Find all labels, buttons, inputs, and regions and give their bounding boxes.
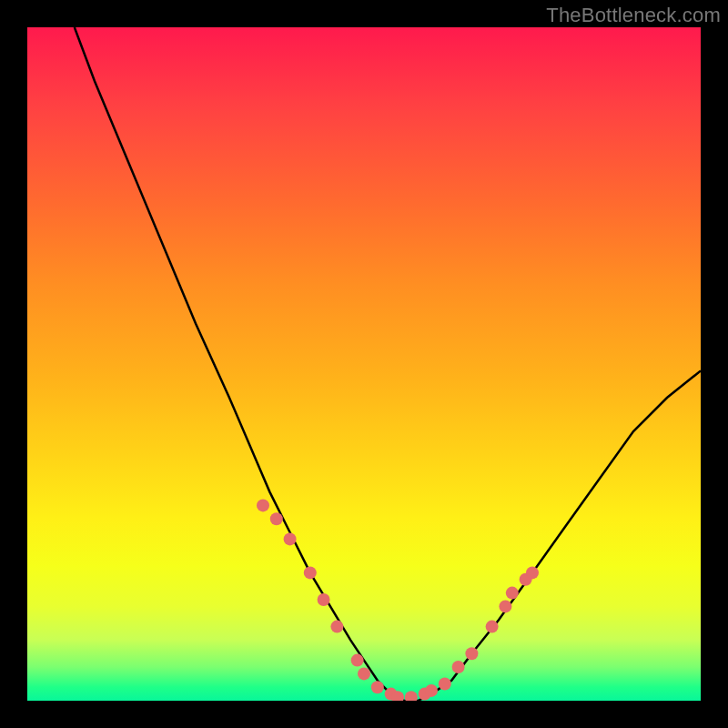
curve-marker	[439, 678, 451, 691]
curve-marker	[371, 681, 384, 693]
curve-marker	[318, 593, 330, 606]
curve-marker	[270, 512, 283, 525]
curve-marker	[405, 691, 418, 701]
chart-plot-area	[27, 27, 701, 701]
curve-marker	[452, 661, 465, 673]
curve-marker	[506, 587, 519, 600]
curve-marker	[465, 647, 478, 660]
curve-marker	[526, 566, 539, 579]
chart-svg	[27, 27, 701, 701]
curve-marker	[257, 499, 269, 511]
curve-marker	[351, 654, 364, 667]
curve-markers	[257, 499, 539, 701]
curve-marker	[284, 532, 297, 545]
watermark-text: TheBottleneck.com	[546, 4, 721, 27]
chart-frame: TheBottleneck.com	[0, 0, 728, 728]
curve-marker	[330, 621, 343, 633]
curve-marker	[425, 684, 438, 697]
bottleneck-curve-line	[75, 27, 701, 701]
curve-marker	[499, 600, 511, 612]
curve-marker	[358, 667, 370, 680]
curve-marker	[486, 621, 499, 633]
curve-marker	[304, 566, 317, 579]
